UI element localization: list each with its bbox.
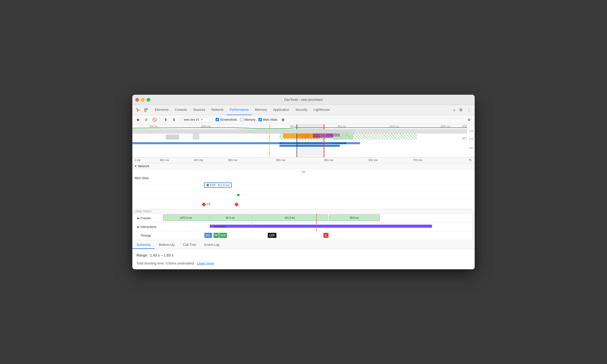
bottom-tabs: Summary Bottom-Up Call Tree Event Log [132, 240, 475, 249]
reload-record-button[interactable]: ↺ [143, 116, 150, 123]
cursor-icon[interactable] [134, 106, 142, 114]
tab-network[interactable]: Network [208, 105, 227, 115]
fcp-dot [206, 184, 209, 186]
web-vitals-section: Web Vitals FCP 421.8 ms LS [132, 174, 475, 209]
tab-icons [134, 106, 150, 114]
recording-selector[interactable]: web.dev #1 ▼ [182, 117, 213, 122]
tab-bottom-up[interactable]: Bottom-Up [155, 241, 179, 249]
frames-label[interactable]: ▶ Frames [132, 216, 163, 220]
tab-lighthouse[interactable]: Lighthouse [310, 105, 333, 115]
interactions-bar [210, 225, 432, 228]
fps-track-label: FPS [469, 130, 474, 132]
devtools-right-icons: ⚙ ⋮ [457, 106, 473, 114]
frame-block-1[interactable]: 1072.5 ms [163, 214, 209, 221]
interactions-dline-1 [252, 223, 253, 231]
timings-content: DCL FP FCP LCP L [163, 231, 472, 240]
tab-sources[interactable]: Sources [190, 105, 208, 115]
frame-block-4[interactable]: 59.8 ms [329, 214, 380, 221]
tab-summary[interactable]: Summary [132, 241, 155, 249]
fcp-badge: FCP 421.8 ms [204, 183, 232, 188]
timings-label: ▶ Timings [132, 234, 163, 237]
dtick-451ms: 451 ms [194, 159, 203, 162]
tabs-bar: Elements Console Sources Network Perform… [132, 105, 475, 115]
tab-application[interactable]: Application [270, 105, 293, 115]
tab-memory[interactable]: Memory [252, 105, 270, 115]
timing-l[interactable]: L [323, 233, 329, 238]
timing-fcp[interactable]: FCP [219, 233, 227, 238]
close-button[interactable] [135, 98, 139, 102]
maximize-button[interactable] [147, 98, 150, 102]
network-section-header: ▼ Network [132, 163, 475, 169]
frames-expand-icon[interactable]: ▶ [137, 217, 139, 220]
timing-dcl[interactable]: DCL [204, 233, 212, 238]
timing-fp[interactable]: FP [214, 233, 219, 238]
screenshots-checkbox[interactable] [216, 118, 219, 121]
memory-toggle[interactable]: Memory [240, 118, 255, 122]
summary-area: Range: 1.43 s – 1.83 s Total blocking ti… [132, 249, 475, 269]
interactions-label[interactable]: ▶ Interactions [132, 225, 163, 229]
clear-button[interactable]: 🚫 [151, 116, 158, 123]
animation-label: Animation [214, 225, 227, 228]
more-options-icon[interactable]: ⋮ [465, 106, 473, 114]
capture-settings-icon[interactable]: ⚙ [465, 116, 473, 123]
frame-dline-red [316, 214, 317, 222]
svg-rect-1 [146, 108, 148, 110]
frame-dline-2 [251, 214, 251, 222]
dtick-651ms: 651 ms [369, 159, 378, 162]
dtick-401ms: 401 ms [160, 159, 169, 162]
tab-console[interactable]: Console [172, 105, 190, 115]
interactions-content: Animation [163, 223, 472, 231]
dtick-701ms: 701 ms [413, 159, 422, 162]
separator-1 [160, 117, 160, 122]
learn-more-link[interactable]: Learn more [197, 261, 214, 265]
inspect-icon[interactable] [143, 106, 150, 114]
tab-event-log[interactable]: Event Log [200, 241, 224, 249]
interactions-expand-icon[interactable]: ▶ [137, 225, 139, 228]
minimize-button[interactable] [141, 98, 145, 102]
web-vitals-checkbox[interactable] [259, 118, 262, 121]
fcp-row: FCP 421.8 ms [132, 181, 475, 191]
tab-security[interactable]: Security [292, 105, 310, 115]
timing-lcp[interactable]: LCP [268, 233, 276, 238]
network-collapse-icon[interactable]: ▼ [134, 165, 137, 167]
web-vitals-toggle[interactable]: Web Vitals [259, 118, 277, 122]
tab-performance[interactable]: Performance [227, 105, 252, 115]
overview-panel: 500 ms 1000 ms 40| ms 901 ms 1401 ms 190… [132, 124, 475, 157]
controls-bar: ⏺ ↺ 🚫 ⬆ ⬇ web.dev #1 ▼ Screenshots Memor… [132, 115, 475, 124]
dtick-551ms: 551 ms [276, 159, 285, 162]
title-bar: DevTools - web.dev/vitals/ [132, 95, 475, 105]
blocking-time-display: Total blocking time: 0.00ms (estimated) … [136, 261, 471, 265]
network-section-label: Network [138, 164, 149, 168]
upload-button[interactable]: ⬆ [162, 116, 169, 123]
dtick-1ms: 1 ms [134, 159, 141, 162]
memory-checkbox[interactable] [240, 118, 243, 121]
tab-call-tree[interactable]: Call Tree [179, 241, 200, 249]
window-title: DevTools - web.dev/vitals/ [284, 98, 323, 102]
ls-row: LS [132, 200, 475, 209]
frame-block-2[interactable]: 40.4 ms [210, 214, 251, 221]
more-tabs-button[interactable]: » [451, 108, 457, 112]
interactions-row: ▶ Interactions Animation [132, 223, 475, 231]
screenshots-strip [132, 129, 467, 134]
dtick-75: 75 [469, 159, 472, 162]
range-display: Range: 1.43 s – 1.83 s [136, 253, 471, 257]
long-tasks-label: LONG TASKS [132, 209, 475, 214]
interactions-scrollbar [472, 223, 475, 231]
ls-label: LS [207, 202, 210, 205]
settings-icon[interactable]: ⚙ [457, 106, 464, 114]
tab-elements[interactable]: Elements [152, 105, 172, 115]
devtools-window: DevTools - web.dev/vitals/ Elements Cons… [132, 95, 475, 269]
separator-2 [180, 117, 180, 122]
selector-arrow-icon: ▼ [200, 118, 203, 121]
record-button[interactable]: ⏺ [134, 116, 142, 123]
web-vitals-label: Web Vitals [132, 174, 475, 181]
lcp-row [132, 191, 475, 200]
ls-diamond-1 [202, 202, 206, 207]
interactions-dline-red [316, 223, 317, 231]
download-button[interactable]: ⬇ [170, 116, 178, 123]
tabs-list: Elements Console Sources Network Perform… [152, 105, 451, 115]
screenshots-toggle[interactable]: Screenshots [216, 118, 237, 122]
frame-dline-1 [209, 214, 210, 222]
net-track-label: NET [469, 147, 474, 149]
delete-icon[interactable]: 🗑 [279, 116, 287, 123]
